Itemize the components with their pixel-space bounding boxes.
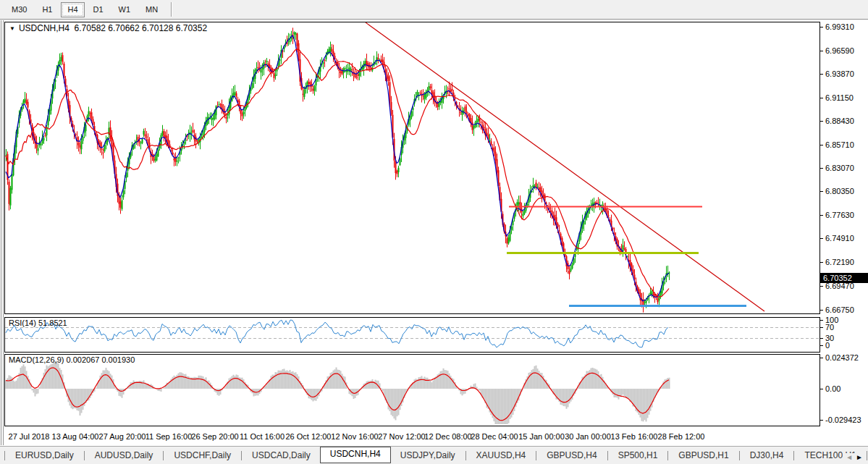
tab-separator: [163, 451, 164, 460]
tab-eurusd-daily[interactable]: EURUSD,Daily: [6, 448, 83, 463]
rsi-label: RSI(14) 51.8521: [9, 319, 67, 327]
time-axis-label: 27 Aug 20:00: [99, 432, 146, 441]
macd-name: MACD(12,26,9): [9, 355, 64, 364]
tab-usdchf-daily[interactable]: USDCHF,Daily: [164, 448, 240, 463]
chart-symbol-label: USDCNH,H4: [19, 23, 69, 33]
tab-xauusd-h4[interactable]: XAUUSD,H4: [467, 448, 536, 463]
tab-dj30-h4[interactable]: DJ30,H4: [741, 448, 793, 463]
tab-sp500-h1[interactable]: SP500,H1: [609, 448, 667, 463]
tab-separator: [867, 451, 867, 460]
price-axis-tick: 6.96590: [825, 46, 854, 55]
tab-usdcad-daily[interactable]: USDCAD,Daily: [243, 448, 320, 463]
time-axis-label: 26 Sep 20:00: [191, 432, 238, 441]
tab-separator: [465, 451, 466, 460]
tab-separator: [667, 451, 668, 460]
macd-axis-tick: 0.00: [825, 384, 840, 393]
time-axis-label: 11 Sep 16:00: [146, 432, 193, 441]
time-axis-label: 15 Jan 00:00: [518, 432, 565, 441]
price-axis-tick: 6.74910: [825, 234, 854, 242]
time-axis-label: 28 Feb 12:00: [658, 432, 705, 441]
symbol-tab-bar: EURUSD,DailyAUDUSD,DailyUSDCHF,DailyUSDC…: [0, 446, 868, 464]
tab-separator: [739, 451, 740, 460]
rsi-name: RSI(14): [9, 319, 36, 327]
time-axis-label: 27 Jul 2018: [9, 432, 50, 441]
rsi-axis-tick: 0: [825, 341, 830, 350]
time-axis-label: 12 Nov 16:00: [331, 432, 378, 441]
tab-separator: [4, 451, 5, 460]
rsi-axis-tick: 70: [825, 323, 834, 332]
chart-title: ▼USDCNH,H4 6.70582 6.70662 6.70128 6.703…: [9, 23, 207, 33]
tab-scroll-buttons: ◄►: [843, 453, 866, 461]
price-panel[interactable]: [1, 20, 824, 445]
tab-separator: [793, 451, 794, 460]
tab-gbpusd-h4[interactable]: GBPUSD,H4: [537, 448, 606, 463]
tab-usdjpy-daily[interactable]: USDJPY,Daily: [391, 448, 465, 463]
current-price-tag: 6.70352: [820, 273, 868, 283]
price-axis-tick: 6.77630: [825, 211, 854, 219]
time-axis-label: 30 Jan 00:00: [565, 432, 611, 441]
tab-separator: [607, 451, 608, 460]
price-axis-tick: 6.66750: [825, 305, 854, 314]
time-axis-label: 13 Feb 16:00: [611, 432, 658, 441]
price-axis-tick: 6.93870: [825, 69, 854, 78]
price-axis-tick: 6.99310: [825, 22, 854, 31]
tab-separator: [84, 451, 85, 460]
tab-scroll-left-icon[interactable]: ◄: [846, 453, 856, 461]
rsi-value: 51.8521: [38, 319, 67, 327]
macd-axis-tick: -0.029423: [825, 416, 861, 424]
price-axis-tick: 6.85710: [825, 140, 854, 149]
price-axis-tick: 6.80350: [825, 187, 854, 195]
chart-ohlc-readout: 6.70582 6.70662 6.70128 6.70352: [75, 23, 208, 33]
tab-scroll-right-icon[interactable]: ►: [856, 453, 866, 461]
time-axis-label: 12 Dec 08:00: [424, 432, 471, 441]
time-axis-label: 27 Nov 12:00: [378, 432, 425, 441]
tab-audusd-daily[interactable]: AUDUSD,Daily: [85, 448, 163, 463]
tab-usdcnh-h4[interactable]: USDCNH,H4: [320, 447, 391, 463]
time-axis-label: 11 Oct 16:00: [240, 432, 285, 441]
macd-axis-tick: 0.024372: [825, 353, 859, 362]
price-axis-tick: 6.91150: [825, 93, 854, 102]
macd-values: 0.002067 0.001930: [66, 355, 135, 364]
tab-separator: [241, 451, 242, 460]
tab-gbpusd-h1[interactable]: GBPUSD,H1: [669, 448, 738, 463]
time-axis-label: 26 Oct 12:00: [286, 432, 332, 441]
macd-label: MACD(12,26,9) 0.002067 0.001930: [9, 355, 135, 364]
time-axis-label: 28 Dec 04:00: [471, 432, 518, 441]
price-axis-tick: 6.72190: [825, 258, 854, 266]
price-axis-tick: 6.83070: [825, 164, 854, 172]
chart-dropdown-icon[interactable]: ▼: [9, 25, 15, 32]
time-axis-label: 13 Aug 04:00: [52, 432, 99, 441]
tab-separator: [536, 451, 536, 460]
price-axis-tick: 6.88430: [825, 117, 854, 125]
chart-canvas[interactable]: [0, 0, 868, 464]
